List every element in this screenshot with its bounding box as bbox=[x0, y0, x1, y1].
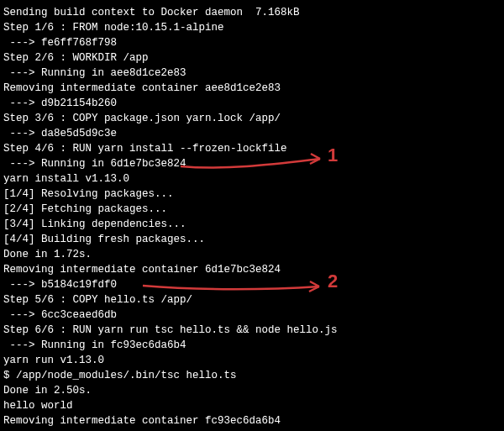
terminal-line: ---> fe6ff768f798 bbox=[3, 35, 504, 50]
terminal-line: ---> 6cc3ceaed6db bbox=[3, 307, 504, 323]
terminal-line: ---> d9b21154b260 bbox=[3, 96, 504, 111]
terminal-line: yarn run v1.13.0 bbox=[3, 353, 504, 368]
terminal-line: Removing intermediate container 6d1e7bc3… bbox=[3, 262, 504, 277]
terminal-line: ---> Running in aee8d1ce2e83 bbox=[3, 66, 504, 81]
terminal-line: Step 1/6 : FROM node:10.15.1-alpine bbox=[3, 20, 504, 35]
terminal-line: ---> da8e5d5d9c3e bbox=[3, 126, 504, 141]
terminal-line: $ /app/node_modules/.bin/tsc hello.ts bbox=[3, 368, 504, 383]
terminal-line: [4/4] Building fresh packages... bbox=[3, 232, 504, 247]
terminal-line: Done in 2.50s. bbox=[3, 383, 504, 398]
terminal-line: Step 3/6 : COPY package.json yarn.lock /… bbox=[3, 111, 504, 126]
terminal-line: Step 6/6 : RUN yarn run tsc hello.ts && … bbox=[3, 323, 504, 338]
terminal-line: [3/4] Linking dependencies... bbox=[3, 217, 504, 232]
terminal-line: Step 4/6 : RUN yarn install --frozen-loc… bbox=[3, 141, 504, 156]
terminal-line: Step 2/6 : WORKDIR /app bbox=[3, 50, 504, 66]
terminal-line: [2/4] Fetching packages... bbox=[3, 202, 504, 217]
terminal-line: Removing intermediate container fc93ec6d… bbox=[3, 413, 504, 428]
terminal-line: yarn install v1.13.0 bbox=[3, 171, 504, 187]
terminal-line: Done in 1.72s. bbox=[3, 247, 504, 262]
terminal-line: Removing intermediate container aee8d1ce… bbox=[3, 81, 504, 96]
terminal-output: Sending build context to Docker daemon 7… bbox=[0, 0, 504, 431]
terminal-line: [1/4] Resolving packages... bbox=[3, 187, 504, 202]
terminal-line: ---> Running in fc93ec6da6b4 bbox=[3, 338, 504, 353]
terminal-line: ---> b5184c19fdf0 bbox=[3, 277, 504, 292]
terminal-line: Sending build context to Docker daemon 7… bbox=[3, 5, 504, 20]
terminal-line: Step 5/6 : COPY hello.ts /app/ bbox=[3, 292, 504, 307]
terminal-line: ---> Running in 6d1e7bc3e824 bbox=[3, 156, 504, 171]
terminal-line: hello world bbox=[3, 398, 504, 413]
